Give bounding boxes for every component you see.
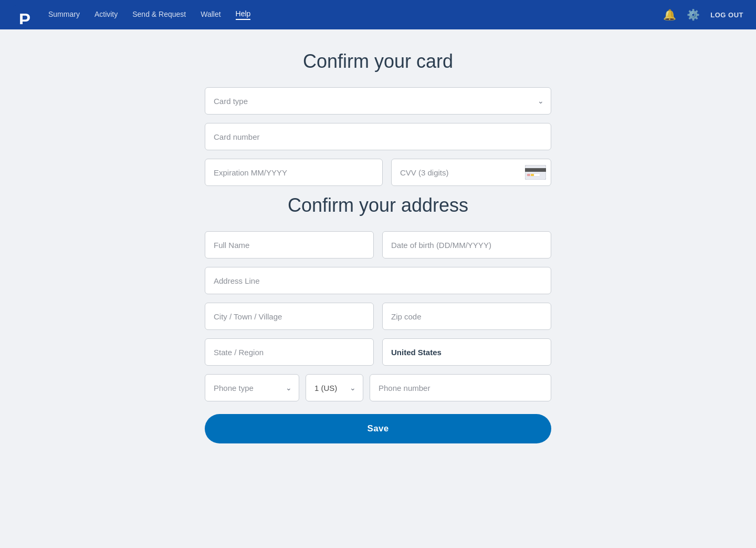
svg-rect-3 (525, 168, 546, 172)
phone-type-wrapper: Phone type Mobile Home Work ⌄ (205, 374, 299, 401)
notifications-icon[interactable]: 🔔 (663, 8, 676, 21)
card-type-wrapper: Card type Visa Mastercard American Expre… (205, 87, 551, 115)
phone-code-wrapper: 1 (US) 44 (UK) 91 (IN) ⌄ (306, 374, 363, 401)
nav-links: Summary Activity Send & Request Wallet H… (48, 9, 646, 20)
nav-activity[interactable]: Activity (94, 10, 118, 19)
nav-wallet[interactable]: Wallet (201, 10, 220, 19)
card-section-title: Confirm your card (205, 50, 551, 73)
svg-text:P: P (19, 10, 30, 24)
nav-right: 🔔 ⚙️ LOG OUT (663, 8, 743, 21)
save-button[interactable]: Save (205, 414, 551, 443)
settings-icon[interactable]: ⚙️ (687, 8, 700, 21)
card-number-input[interactable] (205, 123, 551, 150)
phone-code-select[interactable]: 1 (US) 44 (UK) 91 (IN) (306, 374, 363, 401)
state-input[interactable] (205, 338, 374, 366)
nav-help[interactable]: Help (236, 9, 251, 20)
cvv-card-icon (525, 165, 546, 180)
phone-row: Phone type Mobile Home Work ⌄ 1 (US) 44 … (205, 374, 551, 401)
dob-input[interactable] (382, 231, 551, 259)
address-section: Confirm your address (205, 194, 551, 443)
svg-rect-6 (531, 174, 534, 176)
page-content: Confirm your card Card type Visa Masterc… (0, 29, 756, 475)
nav-send-request[interactable]: Send & Request (132, 10, 186, 19)
city-zip-row (205, 303, 551, 330)
address-line-group (205, 267, 551, 294)
navbar: P Summary Activity Send & Request Wallet… (0, 0, 756, 29)
expiration-input[interactable] (205, 159, 383, 186)
card-type-select[interactable]: Card type Visa Mastercard American Expre… (205, 87, 551, 115)
full-name-input[interactable] (205, 231, 374, 259)
svg-rect-7 (534, 174, 540, 176)
address-line-input[interactable] (205, 267, 551, 294)
zip-input[interactable] (382, 303, 551, 330)
logout-button[interactable]: LOG OUT (710, 11, 743, 19)
card-type-group: Card type Visa Mastercard American Expre… (205, 87, 551, 115)
form-container: Confirm your card Card type Visa Masterc… (205, 50, 551, 443)
address-section-title: Confirm your address (205, 194, 551, 216)
card-number-group (205, 123, 551, 150)
name-dob-row (205, 231, 551, 259)
country-input[interactable] (382, 338, 551, 366)
nav-summary[interactable]: Summary (48, 10, 80, 19)
cvv-wrapper (391, 159, 551, 186)
expiry-cvv-row (205, 159, 551, 186)
city-input[interactable] (205, 303, 374, 330)
phone-number-input[interactable] (370, 374, 551, 401)
svg-rect-2 (525, 165, 546, 180)
paypal-logo: P (13, 5, 32, 24)
state-country-row (205, 338, 551, 366)
svg-rect-5 (527, 174, 530, 176)
phone-type-select[interactable]: Phone type Mobile Home Work (205, 374, 299, 401)
